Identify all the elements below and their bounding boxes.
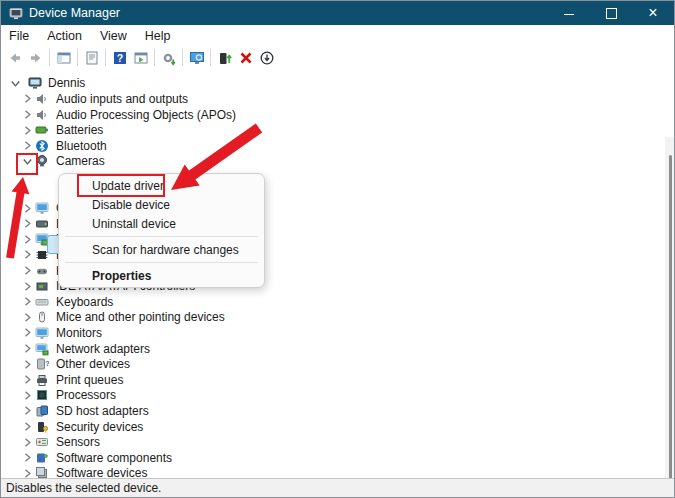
- context-menu-item-uninstall-device[interactable]: Uninstall device: [59, 214, 264, 233]
- speaker-icon: [35, 92, 49, 106]
- tree-item-label: Sensors: [56, 435, 100, 449]
- tree-item-cameras[interactable]: Cameras: [1, 153, 661, 169]
- context-menu-item-scan-for-hardware-changes[interactable]: Scan for hardware changes: [59, 240, 264, 259]
- toolbar-separator: [154, 49, 155, 66]
- chevron-right-icon[interactable]: [21, 436, 34, 449]
- chevron-right-icon[interactable]: [21, 124, 34, 137]
- disable-device-icon[interactable]: [256, 47, 277, 68]
- security-icon: [35, 420, 49, 434]
- console-tree-icon[interactable]: [53, 47, 74, 68]
- window-title: Device Manager: [29, 6, 548, 20]
- chevron-right-icon[interactable]: [21, 108, 34, 121]
- context-menu-item-disable-device[interactable]: Disable device: [59, 195, 264, 214]
- tree-item-print-queues[interactable]: Print queues: [1, 372, 661, 388]
- other-device-icon: ?: [35, 357, 49, 371]
- update-driver-icon[interactable]: [214, 47, 235, 68]
- scan-hardware-icon[interactable]: [158, 47, 179, 68]
- menu-action[interactable]: Action: [38, 25, 91, 46]
- software-component-icon: [35, 451, 49, 465]
- tree-item-label: Keyboards: [56, 295, 113, 309]
- tree-item-label: Security devices: [56, 420, 143, 434]
- computer-search-icon[interactable]: [186, 47, 207, 68]
- tree-item-keyboards[interactable]: Keyboards: [1, 294, 661, 310]
- vertical-scrollbar[interactable]: [665, 137, 675, 481]
- menu-view[interactable]: View: [91, 25, 136, 46]
- tree-item-network-adapters[interactable]: Network adapters: [1, 341, 661, 357]
- chevron-right-icon[interactable]: [21, 280, 34, 293]
- menu-bar: FileActionViewHelp: [1, 25, 674, 47]
- toolbar-separator: [77, 49, 78, 66]
- chevron-right-icon[interactable]: [21, 202, 34, 215]
- annotation-box-cameras-chevron: [16, 153, 38, 175]
- monitor-icon: [35, 326, 49, 340]
- tree-item-audio-inputs-and-outputs[interactable]: Audio inputs and outputs: [1, 91, 661, 107]
- chevron-right-icon[interactable]: [21, 451, 34, 464]
- forward-icon[interactable]: [25, 47, 46, 68]
- battery-icon: [35, 123, 49, 137]
- chevron-right-icon[interactable]: [21, 358, 34, 371]
- mouse-icon: [35, 310, 49, 324]
- action-pane-icon[interactable]: [130, 47, 151, 68]
- disk-icon: [35, 217, 49, 231]
- annotation-box-update-driver: [77, 174, 165, 197]
- chevron-right-icon[interactable]: [21, 248, 34, 261]
- tree-item-other-devices[interactable]: ?Other devices: [1, 356, 661, 372]
- tree-item-sd-host-adapters[interactable]: SD host adapters: [1, 403, 661, 419]
- uninstall-device-icon[interactable]: [235, 47, 256, 68]
- device-manager-icon: [9, 6, 23, 20]
- network-icon: [35, 342, 49, 356]
- processor-icon: [35, 388, 49, 402]
- tree-item-software-components[interactable]: Software components: [1, 450, 661, 466]
- tree-item-batteries[interactable]: Batteries: [1, 122, 661, 138]
- chevron-right-icon[interactable]: [21, 311, 34, 324]
- chevron-right-icon[interactable]: [21, 139, 34, 152]
- tree-item-mice-and-other-pointing-devices[interactable]: Mice and other pointing devices: [1, 309, 661, 325]
- maximize-button[interactable]: [590, 1, 632, 25]
- toolbar-separator: [49, 49, 50, 66]
- tree-item-label: Audio inputs and outputs: [56, 92, 188, 106]
- menu-help[interactable]: Help: [136, 25, 180, 46]
- tree-item-audio-processing-objects-apos[interactable]: Audio Processing Objects (APOs): [1, 107, 661, 123]
- menu-file[interactable]: File: [1, 25, 38, 46]
- monitor-icon: [35, 201, 49, 215]
- properties-doc-icon[interactable]: [81, 47, 102, 68]
- menu-separator: [65, 262, 258, 263]
- chevron-right-icon[interactable]: [21, 404, 34, 417]
- chevron-right-icon[interactable]: [21, 342, 34, 355]
- chevron-down-icon[interactable]: [9, 77, 22, 90]
- scrollbar-thumb[interactable]: [669, 155, 672, 481]
- chevron-right-icon[interactable]: [21, 295, 34, 308]
- chevron-right-icon[interactable]: [21, 92, 34, 105]
- tree-item-sensors[interactable]: Sensors: [1, 434, 661, 450]
- svg-text:?: ?: [45, 359, 49, 368]
- chevron-right-icon[interactable]: [21, 264, 34, 277]
- printer-icon: [35, 373, 49, 387]
- tree-item-monitors[interactable]: Monitors: [1, 325, 661, 341]
- tree-item-label: Monitors: [56, 326, 102, 340]
- chevron-right-icon[interactable]: [21, 217, 34, 230]
- chevron-right-icon[interactable]: [21, 389, 34, 402]
- context-menu-item-properties[interactable]: Properties: [59, 266, 264, 285]
- tree-item-security-devices[interactable]: Security devices: [1, 419, 661, 435]
- close-button[interactable]: ×: [632, 1, 674, 25]
- tree-item-dennis[interactable]: Dennis: [1, 75, 661, 91]
- sd-card-icon: [35, 404, 49, 418]
- tree-item-label: Bluetooth: [56, 139, 107, 153]
- toolbar: ?: [1, 46, 675, 70]
- keyboard-icon: [35, 295, 49, 309]
- chevron-right-icon[interactable]: [21, 233, 34, 246]
- tree-item-bluetooth[interactable]: Bluetooth: [1, 138, 661, 154]
- help-icon[interactable]: ?: [109, 47, 130, 68]
- chevron-right-icon[interactable]: [21, 420, 34, 433]
- computer-root-icon: [28, 76, 42, 90]
- toolbar-separator: [210, 49, 211, 66]
- speaker-icon: [35, 108, 49, 122]
- minimize-button[interactable]: [548, 1, 590, 25]
- chevron-right-icon[interactable]: [21, 373, 34, 386]
- ide-icon: [35, 279, 49, 293]
- back-icon[interactable]: [4, 47, 25, 68]
- tree-item-processors[interactable]: Processors: [1, 387, 661, 403]
- tree-item-label: Batteries: [56, 123, 103, 137]
- chevron-right-icon[interactable]: [21, 326, 34, 339]
- toolbar-separator: [182, 49, 183, 66]
